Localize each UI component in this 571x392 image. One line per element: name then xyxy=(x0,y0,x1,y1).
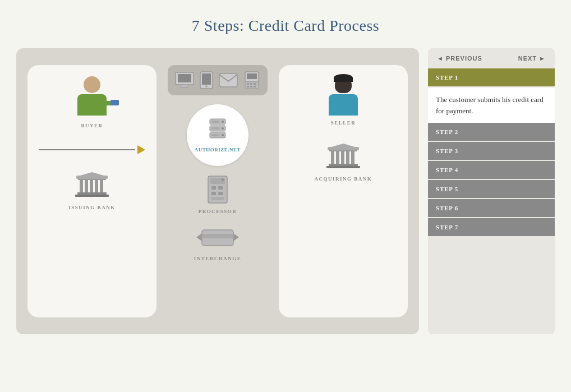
svg-rect-54 xyxy=(346,151,349,164)
svg-rect-25 xyxy=(250,86,252,87)
svg-rect-38 xyxy=(211,186,216,190)
svg-rect-39 xyxy=(218,186,223,190)
arrow-line xyxy=(39,149,135,150)
svg-rect-13 xyxy=(180,87,189,88)
svg-marker-50 xyxy=(328,144,359,148)
svg-rect-51 xyxy=(331,151,334,164)
svg-rect-56 xyxy=(329,164,358,166)
svg-rect-4 xyxy=(85,180,88,192)
next-button[interactable]: NEXT ► xyxy=(516,54,548,63)
svg-rect-12 xyxy=(182,85,187,87)
monitor-icon xyxy=(174,71,195,89)
email-icon xyxy=(218,72,238,88)
svg-rect-9 xyxy=(75,195,109,197)
svg-rect-45 xyxy=(202,234,233,238)
svg-rect-26 xyxy=(254,86,256,87)
svg-point-30 xyxy=(222,121,224,123)
svg-rect-8 xyxy=(77,192,107,195)
prev-button[interactable]: ◄ PREVIOUS xyxy=(435,54,485,63)
credit-card xyxy=(110,100,119,105)
tablet-icon xyxy=(199,71,214,89)
svg-point-31 xyxy=(222,127,224,130)
svg-rect-15 xyxy=(202,73,211,85)
svg-point-16 xyxy=(205,85,208,87)
acquiring-bank-entity: ACQUIRING BANK xyxy=(315,142,372,182)
seller-entity: SELLER xyxy=(329,76,358,126)
svg-rect-33 xyxy=(211,121,219,123)
issuing-bank-label: ISSUING BANK xyxy=(68,205,115,210)
svg-rect-5 xyxy=(90,180,93,192)
buyer-entity: BUYER xyxy=(70,76,114,128)
step-4-item[interactable]: STEP 4 xyxy=(428,161,555,179)
sidebar: ◄ PREVIOUS NEXT ► STEP 1 The customer su… xyxy=(428,48,555,334)
step-1-description: The customer submits his credit card for… xyxy=(428,87,555,123)
buyer-label: BUYER xyxy=(81,123,103,128)
seller-hair xyxy=(334,74,353,82)
svg-rect-23 xyxy=(254,83,256,85)
server-icon xyxy=(206,118,229,145)
sidebar-nav: ◄ PREVIOUS NEXT ► xyxy=(428,48,555,68)
interchange-entity: INTERCHANGE xyxy=(194,223,242,261)
step-6-item[interactable]: STEP 6 xyxy=(428,199,555,217)
svg-rect-20 xyxy=(245,82,259,89)
svg-marker-47 xyxy=(233,233,239,241)
svg-rect-40 xyxy=(211,192,216,195)
svg-rect-6 xyxy=(95,180,98,192)
svg-rect-11 xyxy=(178,74,191,82)
arrow-head xyxy=(137,145,145,154)
svg-rect-57 xyxy=(326,166,360,168)
step-2-item[interactable]: STEP 2 xyxy=(428,123,555,141)
svg-rect-41 xyxy=(218,192,223,195)
svg-rect-52 xyxy=(336,151,339,164)
issuing-bank-entity: ISSUING BANK xyxy=(68,171,115,210)
processor-icon xyxy=(204,175,232,204)
center-col: AUTHORIZE.NET PROCESSOR xyxy=(168,65,268,317)
svg-rect-24 xyxy=(247,86,249,87)
svg-marker-46 xyxy=(196,233,202,241)
buyer-body xyxy=(77,94,107,116)
svg-rect-21 xyxy=(247,83,249,85)
svg-marker-2 xyxy=(76,172,108,177)
svg-rect-34 xyxy=(211,127,219,130)
seller-head xyxy=(335,76,352,93)
authorize-circle: AUTHORIZE.NET xyxy=(187,104,248,166)
steps-container: STEP 1 The customer submits his credit c… xyxy=(428,68,555,237)
svg-rect-53 xyxy=(341,151,344,164)
seller-label: SELLER xyxy=(331,120,356,126)
buyer-arrow-row xyxy=(39,145,145,154)
issuing-bank-icon xyxy=(75,171,109,200)
seller-body xyxy=(329,94,358,116)
left-panel: BUYER xyxy=(27,65,156,317)
svg-rect-42 xyxy=(211,197,224,200)
interchange-icon-wrapper xyxy=(195,223,240,251)
diagram-grid: BUYER xyxy=(27,65,408,317)
terminal-icon xyxy=(243,71,261,90)
diagram-area: BUYER xyxy=(16,48,419,334)
svg-rect-7 xyxy=(100,180,103,192)
interchange-label: INTERCHANGE xyxy=(194,256,242,261)
svg-point-32 xyxy=(222,134,224,136)
svg-rect-22 xyxy=(250,83,252,85)
processor-label: PROCESSOR xyxy=(199,209,237,214)
authorize-label: AUTHORIZE.NET xyxy=(195,147,241,153)
acquiring-bank-label: ACQUIRING BANK xyxy=(315,176,372,182)
svg-point-43 xyxy=(222,179,224,181)
payment-methods-panel xyxy=(168,65,268,95)
right-panel: SELLER ACQ xyxy=(279,65,408,317)
svg-rect-19 xyxy=(247,73,257,79)
step-7-item[interactable]: STEP 7 xyxy=(428,218,555,236)
step-3-item[interactable]: STEP 3 xyxy=(428,142,555,160)
step-1-item[interactable]: STEP 1 xyxy=(428,68,555,86)
main-container: BUYER xyxy=(16,48,555,334)
buyer-head xyxy=(84,76,100,93)
page-title: 7 Steps: Credit Card Process xyxy=(192,17,379,35)
step-5-item[interactable]: STEP 5 xyxy=(428,180,555,198)
svg-rect-35 xyxy=(211,134,219,136)
svg-rect-3 xyxy=(80,180,83,192)
interchange-icon xyxy=(195,223,240,251)
processor-entity: PROCESSOR xyxy=(199,175,237,214)
acquiring-bank-icon xyxy=(326,142,360,172)
svg-rect-17 xyxy=(219,73,237,87)
seller-figure xyxy=(329,76,358,116)
svg-rect-55 xyxy=(351,151,354,164)
